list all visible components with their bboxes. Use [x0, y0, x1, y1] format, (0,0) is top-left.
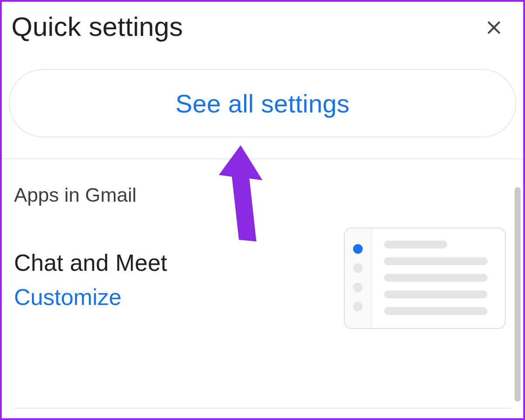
- close-button[interactable]: [479, 12, 509, 43]
- close-icon: [483, 17, 505, 38]
- scrollbar-thumb[interactable]: [514, 187, 521, 402]
- preview-dot-icon: [353, 302, 363, 312]
- apps-in-gmail-section: Apps in Gmail Chat and Meet Customize: [2, 159, 523, 329]
- preview-dot-icon: [353, 244, 363, 254]
- preview-line-icon: [384, 274, 487, 282]
- preview-sidebar: [345, 228, 372, 328]
- preview-line-icon: [384, 241, 447, 248]
- panel-header: Quick settings: [2, 2, 523, 43]
- preview-content: [372, 228, 505, 328]
- customize-link[interactable]: Customize: [14, 284, 167, 310]
- preview-line-icon: [384, 307, 487, 315]
- preview-line-icon: [384, 257, 487, 265]
- chat-and-meet-option[interactable]: Chat and Meet Customize: [14, 230, 511, 329]
- preview-line-icon: [384, 290, 487, 298]
- quick-settings-panel: Quick settings See all settings Apps in …: [2, 2, 523, 418]
- see-all-settings-button[interactable]: See all settings: [9, 69, 516, 137]
- preview-dot-icon: [353, 283, 363, 292]
- section-heading-apps-in-gmail: Apps in Gmail: [14, 184, 511, 206]
- preview-dot-icon: [353, 263, 363, 273]
- chat-and-meet-text: Chat and Meet Customize: [14, 249, 167, 310]
- see-all-settings-wrap: See all settings: [2, 43, 523, 158]
- chat-and-meet-preview: [344, 228, 506, 329]
- section-divider: [14, 408, 511, 409]
- chat-and-meet-title: Chat and Meet: [14, 249, 167, 276]
- panel-title: Quick settings: [11, 11, 183, 42]
